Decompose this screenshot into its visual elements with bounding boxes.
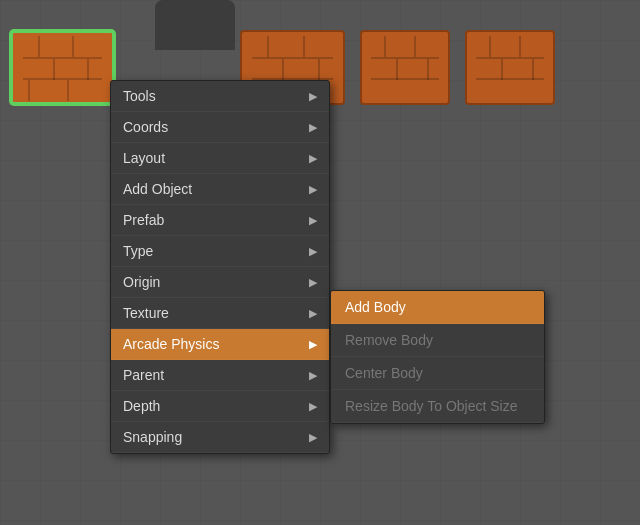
selected-tile[interactable] [10,30,115,105]
submenu-remove-body-label: Remove Body [345,332,433,348]
submenu-remove-body: Remove Body [331,324,544,357]
menu-item-parent-label: Parent [123,367,164,383]
menu-item-add-object-label: Add Object [123,181,192,197]
menu-item-arcade-physics[interactable]: Arcade Physics ▶ [111,329,329,360]
menu-item-depth-arrow: ▶ [309,400,317,413]
menu-item-arcade-physics-arrow: ▶ [309,338,317,351]
menu-item-add-object-arrow: ▶ [309,183,317,196]
menu-item-arcade-physics-label: Arcade Physics [123,336,219,352]
menu-item-tools-label: Tools [123,88,156,104]
submenu-add-body[interactable]: Add Body [331,291,544,324]
arcade-physics-submenu: Add Body Remove Body Center Body Resize … [330,290,545,424]
menu-item-type[interactable]: Type ▶ [111,236,329,267]
menu-item-layout[interactable]: Layout ▶ [111,143,329,174]
tile-3[interactable] [360,30,450,105]
menu-item-snapping-arrow: ▶ [309,431,317,444]
tile-4[interactable] [465,30,555,105]
submenu-center-body-label: Center Body [345,365,423,381]
menu-item-origin-label: Origin [123,274,160,290]
menu-item-coords-arrow: ▶ [309,121,317,134]
menu-item-parent-arrow: ▶ [309,369,317,382]
menu-item-type-label: Type [123,243,153,259]
menu-item-type-arrow: ▶ [309,245,317,258]
menu-item-texture-label: Texture [123,305,169,321]
menu-item-prefab-label: Prefab [123,212,164,228]
menu-item-texture-arrow: ▶ [309,307,317,320]
submenu-center-body: Center Body [331,357,544,390]
menu-item-coords[interactable]: Coords ▶ [111,112,329,143]
context-menu: Tools ▶ Coords ▶ Layout ▶ Add Object ▶ P… [110,80,330,454]
submenu-resize-body: Resize Body To Object Size [331,390,544,423]
menu-item-depth[interactable]: Depth ▶ [111,391,329,422]
menu-item-texture[interactable]: Texture ▶ [111,298,329,329]
menu-item-snapping-label: Snapping [123,429,182,445]
menu-item-layout-label: Layout [123,150,165,166]
menu-item-prefab-arrow: ▶ [309,214,317,227]
character-sprite [155,0,235,50]
menu-item-coords-label: Coords [123,119,168,135]
submenu-add-body-label: Add Body [345,299,406,315]
menu-item-depth-label: Depth [123,398,160,414]
menu-item-origin-arrow: ▶ [309,276,317,289]
menu-item-origin[interactable]: Origin ▶ [111,267,329,298]
menu-item-parent[interactable]: Parent ▶ [111,360,329,391]
menu-item-prefab[interactable]: Prefab ▶ [111,205,329,236]
menu-item-tools[interactable]: Tools ▶ [111,81,329,112]
menu-item-add-object[interactable]: Add Object ▶ [111,174,329,205]
submenu-resize-body-label: Resize Body To Object Size [345,398,518,414]
menu-item-layout-arrow: ▶ [309,152,317,165]
menu-item-tools-arrow: ▶ [309,90,317,103]
menu-item-snapping[interactable]: Snapping ▶ [111,422,329,453]
